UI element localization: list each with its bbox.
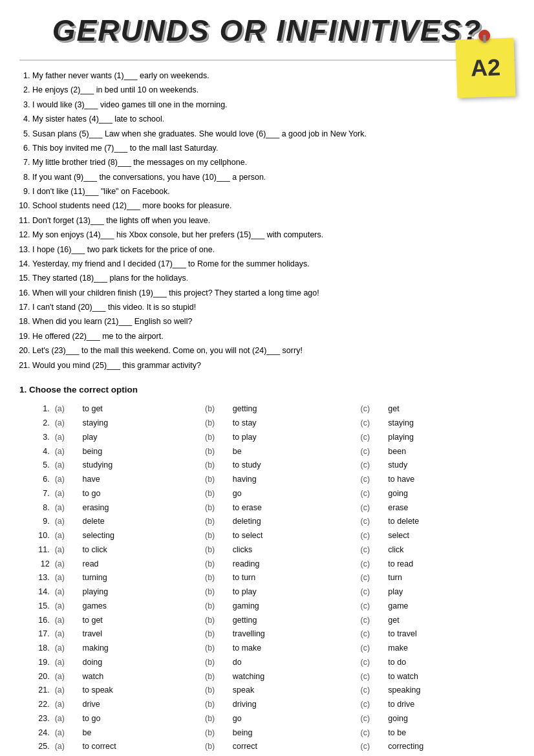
- options-row: 13. (a) turning (b) to turn (c) turn: [19, 571, 515, 585]
- option-b-letter: (b): [204, 402, 231, 416]
- option-b-word: clicks: [231, 543, 359, 557]
- options-row: 14. (a) playing (b) to play (c) play: [19, 585, 515, 599]
- options-row: 7. (a) to go (b) go (c) going: [19, 486, 515, 501]
- options-row: 24. (a) be (b) being (c) to be: [19, 726, 515, 740]
- option-b-word: being: [231, 726, 359, 740]
- option-a-word: travel: [81, 627, 204, 642]
- option-a-letter: (a): [54, 613, 81, 627]
- option-num: 4.: [19, 444, 54, 459]
- option-a-word: playing: [81, 585, 204, 599]
- option-a-word: to speak: [81, 684, 204, 698]
- options-row: 6. (a) have (b) having (c) to have: [19, 473, 515, 487]
- sentence-item: Susan plans (5)___ Law when she graduate…: [32, 128, 443, 140]
- options-row: 12 (a) read (b) reading (c) to read: [19, 557, 515, 571]
- sentence-item: If you want (9)___ the conversations, yo…: [32, 171, 443, 184]
- option-a-word: to go: [81, 711, 204, 726]
- option-num: 19.: [19, 655, 54, 669]
- sentence-item: When will your children finish (19)___ t…: [32, 287, 443, 299]
- option-b-word: reading: [231, 557, 359, 571]
- option-b-letter: (b): [204, 698, 231, 712]
- option-c-word: to travel: [387, 627, 515, 642]
- option-a-letter: (a): [54, 557, 81, 571]
- option-c-letter: (c): [359, 557, 387, 571]
- option-a-letter: (a): [54, 711, 81, 726]
- page-container: GERUNDS OR INFINITIVES? A2 My father nev…: [19, 13, 515, 754]
- option-num: 3.: [19, 430, 54, 444]
- sentence-item: Yesterday, my friend and I decided (17)_…: [32, 258, 443, 270]
- option-b-letter: (b): [204, 486, 231, 501]
- option-c-letter: (c): [359, 726, 387, 740]
- option-c-letter: (c): [359, 515, 387, 529]
- badge-container: A2: [456, 39, 515, 97]
- option-b-word: driving: [231, 698, 359, 712]
- option-num: 9.: [19, 515, 54, 529]
- option-c-letter: (c): [359, 740, 387, 754]
- option-c-word: erase: [387, 501, 515, 515]
- option-num: 21.: [19, 684, 54, 698]
- option-b-word: be: [231, 444, 359, 459]
- option-c-letter: (c): [359, 613, 387, 627]
- option-a-word: games: [81, 599, 204, 613]
- option-c-word: staying: [387, 416, 515, 431]
- option-b-word: speak: [231, 684, 359, 698]
- option-num: 20.: [19, 669, 54, 684]
- option-a-letter: (a): [54, 599, 81, 613]
- option-b-word: to make: [231, 642, 359, 656]
- option-b-letter: (b): [204, 613, 231, 627]
- option-a-word: making: [81, 642, 204, 656]
- option-a-word: read: [81, 557, 204, 571]
- options-row: 15. (a) games (b) gaming (c) game: [19, 599, 515, 613]
- option-a-word: turning: [81, 571, 204, 585]
- option-c-word: to drive: [387, 698, 515, 712]
- option-num: 7.: [19, 486, 54, 501]
- option-c-letter: (c): [359, 416, 387, 431]
- options-row: 18. (a) making (b) to make (c) make: [19, 642, 515, 656]
- option-c-letter: (c): [359, 501, 387, 515]
- option-b-letter: (b): [204, 627, 231, 642]
- sentence-item: He enjoys (2)___ in bed until 10 on week…: [32, 84, 443, 96]
- option-a-word: staying: [81, 416, 204, 431]
- option-b-letter: (b): [204, 444, 231, 459]
- options-row: 3. (a) play (b) to play (c) playing: [19, 430, 515, 444]
- option-c-letter: (c): [359, 711, 387, 726]
- option-num: 16.: [19, 613, 54, 627]
- option-num: 17.: [19, 627, 54, 642]
- option-c-word: play: [387, 585, 515, 599]
- option-a-letter: (a): [54, 740, 81, 754]
- option-c-letter: (c): [359, 627, 387, 642]
- option-b-word: watching: [231, 669, 359, 684]
- option-a-letter: (a): [54, 684, 81, 698]
- sentence-item: I would like (3)___ video games till one…: [32, 99, 443, 111]
- option-c-letter: (c): [359, 655, 387, 669]
- option-a-letter: (a): [54, 486, 81, 501]
- options-row: 5. (a) studying (b) to study (c) study: [19, 459, 515, 473]
- option-b-word: to erase: [231, 501, 359, 515]
- option-c-word: speaking: [387, 684, 515, 698]
- option-b-letter: (b): [204, 459, 231, 473]
- option-a-letter: (a): [54, 543, 81, 557]
- option-num: 25.: [19, 740, 54, 754]
- option-a-letter: (a): [54, 473, 81, 487]
- option-b-letter: (b): [204, 684, 231, 698]
- option-a-letter: (a): [54, 642, 81, 656]
- option-b-word: gaming: [231, 599, 359, 613]
- option-c-word: to read: [387, 557, 515, 571]
- option-a-word: to go: [81, 486, 204, 501]
- option-b-letter: (b): [204, 655, 231, 669]
- option-b-letter: (b): [204, 501, 231, 515]
- option-a-letter: (a): [54, 571, 81, 585]
- option-c-letter: (c): [359, 402, 387, 416]
- option-c-word: to be: [387, 726, 515, 740]
- option-num: 8.: [19, 501, 54, 515]
- option-b-word: to play: [231, 430, 359, 444]
- option-a-letter: (a): [54, 459, 81, 473]
- option-a-letter: (a): [54, 430, 81, 444]
- option-c-word: game: [387, 599, 515, 613]
- option-a-word: play: [81, 430, 204, 444]
- option-b-letter: (b): [204, 529, 231, 543]
- option-a-word: watch: [81, 669, 204, 684]
- option-c-letter: (c): [359, 529, 387, 543]
- option-a-letter: (a): [54, 655, 81, 669]
- options-row: 10. (a) selecting (b) to select (c) sele…: [19, 529, 515, 543]
- option-b-word: to play: [231, 585, 359, 599]
